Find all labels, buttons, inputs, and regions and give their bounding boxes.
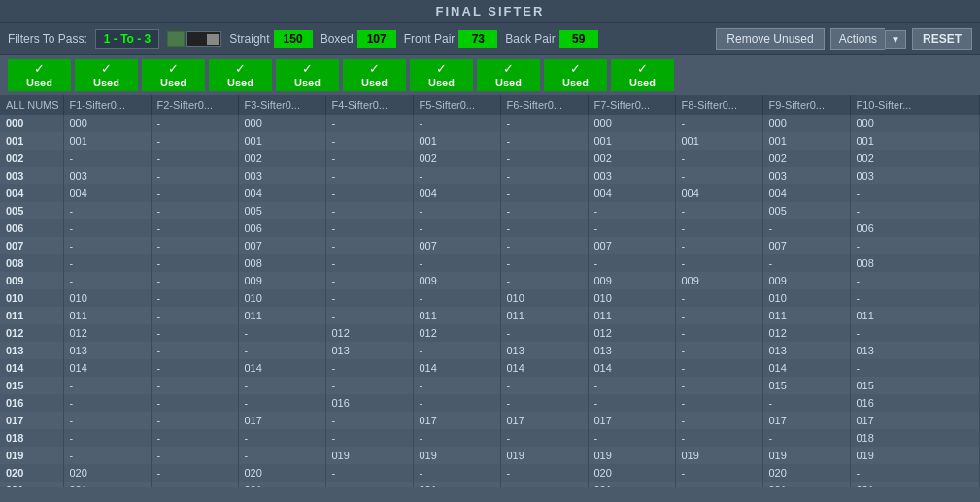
table-row: 004004-004-004-004004004- [0,184,980,202]
cell-r6-c3: 006 [238,219,325,237]
straight-label: Straight [229,32,269,46]
col-header-10: F10-Sifter... [850,95,980,115]
cell-r11-c5: 011 [413,307,500,324]
cell-r15-c9: 015 [762,377,850,394]
col-header-6: F6-Sifter0... [500,95,588,115]
cell-r1-c9: 001 [762,132,850,150]
cell-r0-c10: 000 [850,115,980,132]
cell-r9-c10: - [850,272,980,289]
sifter-checkboxes-row: ✓Used✓Used✓Used✓Used✓Used✓Used✓Used✓Used… [0,55,980,95]
cell-r2-c4: - [325,150,413,167]
sifter-check-8[interactable]: ✓Used [477,59,540,91]
cell-r3-c2: - [151,167,238,184]
toggle-box-left[interactable] [167,31,185,47]
cell-r2-c6: - [500,150,588,167]
cell-r19-c7: 019 [588,447,675,464]
cell-r8-c9: - [762,254,850,272]
cell-r20-c10: - [850,464,980,482]
sifter-check-5[interactable]: ✓Used [276,59,339,91]
cell-r15-c1: - [63,377,151,394]
table-row: 000000-000---000-000000 [0,115,980,132]
cell-r5-c8: - [675,202,762,219]
cell-r2-c10: 002 [850,150,980,167]
table-row: 021021-021-021-021-021021 [0,482,980,487]
cell-r5-c4: - [325,202,413,219]
cell-r5-c0: 005 [0,202,63,219]
cell-r17-c8: - [675,412,762,429]
check-icon-4: ✓ [235,62,246,75]
table-row: 020020-020---020-020- [0,464,980,482]
cell-r0-c1: 000 [63,115,151,132]
sifter-check-1[interactable]: ✓Used [8,59,71,91]
cell-r14-c8: - [675,359,762,377]
cell-r2-c8: - [675,150,762,167]
sifter-check-4[interactable]: ✓Used [209,59,272,91]
cell-r20-c9: 020 [762,464,850,482]
cell-r9-c0: 009 [0,272,63,289]
cell-r20-c1: 020 [63,464,151,482]
cell-r9-c5: 009 [413,272,500,289]
cell-r17-c4: - [325,412,413,429]
cell-r5-c9: 005 [762,202,850,219]
cell-r6-c8: - [675,219,762,237]
cell-r5-c2: - [151,202,238,219]
sifter-check-6[interactable]: ✓Used [343,59,406,91]
cell-r16-c7: - [588,394,675,412]
cell-r18-c4: - [325,429,413,447]
cell-r1-c8: 001 [675,132,762,150]
cell-r3-c8: - [675,167,762,184]
cell-r10-c7: 010 [588,289,675,307]
toolbar-right: Remove Unused Actions ▼ RESET [716,28,972,50]
cell-r18-c2: - [151,429,238,447]
cell-r16-c3: - [238,394,325,412]
table-row: 008--008------008 [0,254,980,272]
cell-r11-c6: 011 [500,307,588,324]
toggle-switch[interactable] [167,31,221,47]
cell-r3-c0: 003 [0,167,63,184]
sifter-check-10[interactable]: ✓Used [611,59,674,91]
straight-stat: Straight 150 [229,30,312,48]
col-header-3: F3-Sifter0... [238,95,325,115]
cell-r18-c5: - [413,429,500,447]
cell-r6-c2: - [151,219,238,237]
table-row: 010010-010--010010-010- [0,289,980,307]
cell-r11-c1: 011 [63,307,151,324]
cell-r4-c5: 004 [413,184,500,202]
table-row: 005--005-----005- [0,202,980,219]
cell-r21-c7: 021 [588,482,675,487]
cell-r7-c4: - [325,237,413,254]
cell-r9-c7: 009 [588,272,675,289]
sifter-check-3[interactable]: ✓Used [142,59,205,91]
cell-r13-c7: 013 [588,342,675,359]
cell-r16-c9: - [762,394,850,412]
check-icon-7: ✓ [436,62,447,75]
filter-range[interactable]: 1 - To - 3 [95,29,159,49]
data-table-container[interactable]: ALL NUMSF1-Sifter0...F2-Sifter0...F3-Sif… [0,95,980,487]
sifter-check-2[interactable]: ✓Used [75,59,138,91]
cell-r13-c6: 013 [500,342,588,359]
cell-r17-c9: 017 [762,412,850,429]
front-pair-stat: Front Pair 73 [404,30,498,48]
cell-r3-c1: 003 [63,167,151,184]
cell-r9-c6: - [500,272,588,289]
cell-r16-c1: - [63,394,151,412]
cell-r14-c7: 014 [588,359,675,377]
cell-r21-c8: - [675,482,762,487]
table-row: 011011-011-011011011-011011 [0,307,980,324]
reset-button[interactable]: RESET [912,28,972,50]
sifter-check-9[interactable]: ✓Used [544,59,607,91]
cell-r20-c5: - [413,464,500,482]
toggle-slider[interactable] [186,31,221,47]
sifter-check-7[interactable]: ✓Used [410,59,473,91]
actions-button[interactable]: Actions [830,28,885,50]
cell-r12-c8: - [675,324,762,342]
actions-dropdown-arrow[interactable]: ▼ [885,30,906,49]
cell-r15-c6: - [500,377,588,394]
cell-r14-c5: 014 [413,359,500,377]
cell-r21-c3: 021 [238,482,325,487]
cell-r3-c4: - [325,167,413,184]
cell-r10-c10: - [850,289,980,307]
remove-unused-button[interactable]: Remove Unused [716,28,824,50]
cell-r3-c9: 003 [762,167,850,184]
cell-r8-c6: - [500,254,588,272]
